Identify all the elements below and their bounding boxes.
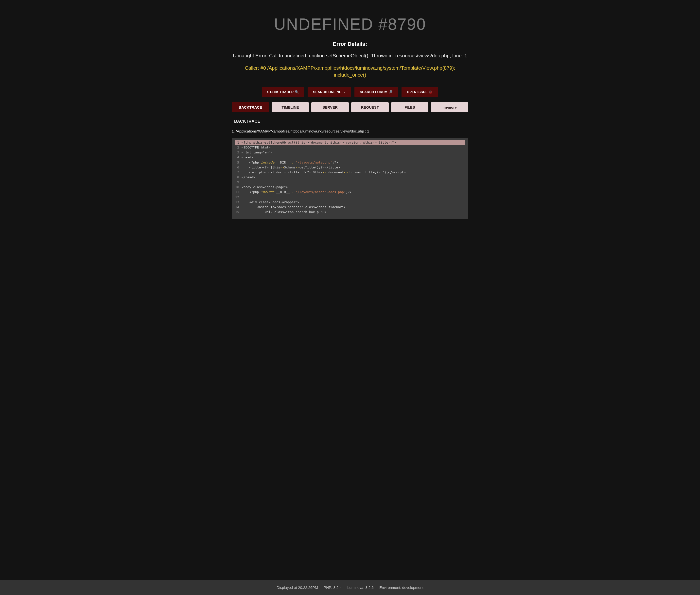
line-number: 5 xyxy=(235,160,242,165)
line-number: 8 xyxy=(235,175,242,180)
code-line: 13 <div class="docs-wrapper"> xyxy=(235,200,465,205)
trace-file: /Applications/XAMPP/xamppfiles/htdocs/lu… xyxy=(236,129,369,133)
code-line: 6 <title><?= $this->Schema->getTitle();?… xyxy=(235,165,465,170)
line-number: 14 xyxy=(235,205,242,209)
code-content: <!DOCTYPE html> xyxy=(242,145,270,150)
error-subtitle: Error Details: xyxy=(232,41,468,47)
open-issue-button[interactable]: OPEN ISSUE 🐞 xyxy=(402,87,438,97)
code-line: 3<html lang="en"> xyxy=(235,150,465,155)
tab-backtrace[interactable]: BACKTRACE xyxy=(232,102,269,112)
code-line: 7 <script>const doc = {title: '<?= $this… xyxy=(235,170,465,175)
code-content: </head> xyxy=(242,175,255,180)
code-content: <?php include __DIR__ . '/layouts/meta.p… xyxy=(242,160,338,165)
code-content: <?php include __DIR__ . '/layouts/header… xyxy=(242,190,351,195)
action-row: STACK TRACER 🔍 SEARCH ONLINE → SEARCH FO… xyxy=(232,87,468,97)
code-content: <script>const doc = {title: '<?= $this->… xyxy=(242,170,405,175)
code-content: <?php $this>setSchemeObject($this->_docu… xyxy=(242,140,396,145)
code-content: <html lang="en"> xyxy=(242,150,272,155)
code-content: <aside id="docs-sidebar" class="docs-sid… xyxy=(242,205,346,209)
code-line: 8</head> xyxy=(235,175,465,180)
search-forum-button[interactable]: SEARCH FORUM 🔎 xyxy=(354,87,398,97)
tab-row: BACKTRACE TIMELINE SERVER REQUEST FILES … xyxy=(232,102,468,112)
code-block: 1<?php $this>setSchemeObject($this->_doc… xyxy=(232,138,468,219)
code-content: <title><?= $this->Schema->getTitle();?><… xyxy=(242,165,340,170)
code-content: <body class="docs-page"> xyxy=(242,185,288,190)
code-line: 2<!DOCTYPE html> xyxy=(235,145,465,150)
line-number: 3 xyxy=(235,150,242,155)
code-line: 15 <div class="top-search-box p-3"> xyxy=(235,209,465,215)
code-line: 4<head> xyxy=(235,155,465,160)
trace-item: 1. /Applications/XAMPP/xamppfiles/htdocs… xyxy=(232,129,468,133)
line-number: 1 xyxy=(235,140,242,145)
code-line: 9 xyxy=(235,180,465,185)
line-number: 7 xyxy=(235,170,242,175)
code-line: 11 <?php include __DIR__ . '/layouts/hea… xyxy=(235,190,465,195)
tab-memory[interactable]: memory xyxy=(431,102,468,112)
line-number: 6 xyxy=(235,165,242,170)
error-caller: Caller: #0 /Applications/XAMPP/xamppfile… xyxy=(232,64,468,78)
code-line: 10<body class="docs-page"> xyxy=(235,185,465,190)
tab-server[interactable]: SERVER xyxy=(311,102,349,112)
code-line: 5 <?php include __DIR__ . '/layouts/meta… xyxy=(235,160,465,165)
error-message: Uncaught Error: Call to undefined functi… xyxy=(232,52,468,59)
section-heading: BACKTRACE xyxy=(234,119,468,124)
code-content: <head> xyxy=(242,155,253,160)
footer: Displayed at 20:22:26PM — PHP: 8.2.4 — L… xyxy=(0,580,700,595)
stack-tracer-button[interactable]: STACK TRACER 🔍 xyxy=(262,87,304,97)
line-number: 15 xyxy=(235,209,242,215)
line-number: 12 xyxy=(235,195,242,200)
code-line: 14 <aside id="docs-sidebar" class="docs-… xyxy=(235,205,465,209)
tab-request[interactable]: REQUEST xyxy=(351,102,389,112)
trace-index: 1. xyxy=(232,129,235,133)
line-number: 11 xyxy=(235,190,242,195)
line-number: 10 xyxy=(235,185,242,190)
line-number: 13 xyxy=(235,200,242,205)
line-number: 2 xyxy=(235,145,242,150)
code-content: <div class="docs-wrapper"> xyxy=(242,200,299,205)
code-line: 12 xyxy=(235,195,465,200)
error-title: UNDEFINED #8790 xyxy=(232,15,468,33)
code-line: 1<?php $this>setSchemeObject($this->_doc… xyxy=(235,140,465,145)
code-content: <div class="top-search-box p-3"> xyxy=(242,209,326,215)
tab-timeline[interactable]: TIMELINE xyxy=(272,102,309,112)
tab-files[interactable]: FILES xyxy=(391,102,429,112)
line-number: 9 xyxy=(235,180,242,185)
line-number: 4 xyxy=(235,155,242,160)
search-online-button[interactable]: SEARCH ONLINE → xyxy=(307,87,351,97)
